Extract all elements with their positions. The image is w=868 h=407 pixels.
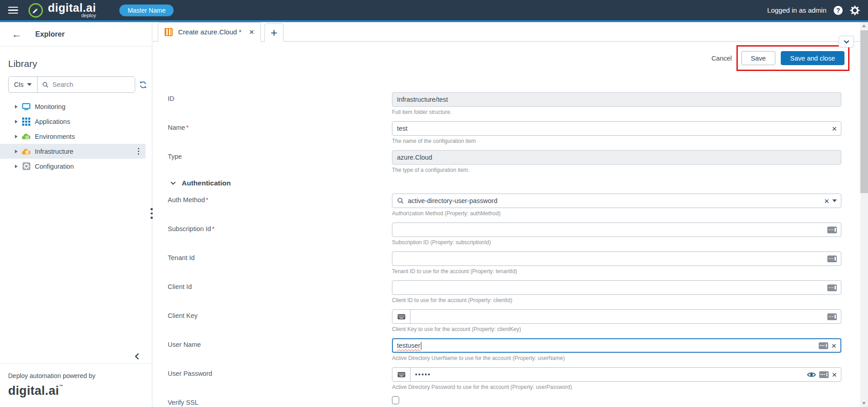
id-field: Infrastructure/test xyxy=(392,92,841,107)
expand-caret-icon[interactable] xyxy=(15,105,18,109)
annotation-highlight: Save Save and close xyxy=(736,45,849,71)
field-label: Subscription Id xyxy=(168,225,211,232)
clear-icon[interactable]: × xyxy=(832,124,837,133)
user-name-field[interactable]: testuser × xyxy=(392,338,841,353)
logged-in-status: Logged in as admin xyxy=(767,6,826,14)
auth-method-combobox[interactable]: active-directory-user-password × xyxy=(392,194,841,208)
save-button[interactable]: Save xyxy=(741,51,775,65)
expression-icon[interactable] xyxy=(819,371,829,378)
field-label: Tenant Id xyxy=(168,254,195,261)
field-label: Verify SSL xyxy=(168,399,198,406)
field-help: Client ID to use for the account (Proper… xyxy=(392,297,841,303)
form-row-type: Type azure.Cloud The type of a configura… xyxy=(153,150,860,173)
expand-caret-icon[interactable] xyxy=(15,165,18,168)
expand-caret-icon[interactable] xyxy=(15,135,18,138)
form-row-verify-ssl: Verify SSL Enable/Disable SSL verificati… xyxy=(153,396,860,407)
expand-caret-icon[interactable] xyxy=(15,150,18,153)
tab-title: Create azure.Cloud * xyxy=(178,28,244,36)
kebab-menu-icon[interactable] xyxy=(136,146,142,157)
clear-icon[interactable]: × xyxy=(824,197,829,205)
client-id-field[interactable] xyxy=(392,280,841,295)
form-row-auth-method: Auth Method* active-directory-user-passw… xyxy=(153,194,860,217)
expression-icon[interactable] xyxy=(819,342,828,349)
keyboard-icon[interactable] xyxy=(392,368,410,381)
cancel-button[interactable]: Cancel xyxy=(712,55,732,62)
field-help: Active Directory Password to use for the… xyxy=(392,384,841,390)
client-key-field[interactable] xyxy=(392,309,841,324)
environments-cloud-icon xyxy=(22,132,31,141)
clear-icon[interactable]: × xyxy=(831,341,836,350)
subscription-id-field[interactable] xyxy=(392,222,841,237)
name-field[interactable]: test × xyxy=(392,121,841,136)
help-icon[interactable]: ? xyxy=(834,6,843,15)
search-input[interactable] xyxy=(52,81,130,88)
field-help: The type of a configuration item. xyxy=(392,167,841,173)
footer-logo: digital.ai™ xyxy=(8,384,152,398)
form-row-subscription-id: Subscription Id* Subscription ID (Proper… xyxy=(153,222,860,246)
expression-icon[interactable] xyxy=(827,313,837,320)
tree-label: Applications xyxy=(35,118,70,125)
form-row-client-id: Client Id Client ID to use for the accou… xyxy=(153,280,860,303)
field-help: Active Directory UserName to use for the… xyxy=(392,355,841,361)
field-help: Client Key to use for the account (Prope… xyxy=(392,326,841,332)
chevron-down-icon xyxy=(170,180,176,186)
vertical-scrollbar[interactable] xyxy=(860,22,868,407)
infrastructure-cloud-icon xyxy=(22,147,31,156)
gear-icon[interactable] xyxy=(850,5,860,15)
tab-overflow-button[interactable] xyxy=(839,36,854,47)
expression-icon[interactable] xyxy=(827,227,837,233)
field-label: ID xyxy=(168,95,175,102)
search-box: CIs xyxy=(8,76,135,93)
apps-grid-icon xyxy=(22,117,31,126)
field-help: Full item folder structure. xyxy=(392,109,841,115)
clear-icon[interactable]: × xyxy=(832,370,837,379)
field-help: Tenant ID to use for the account (Proper… xyxy=(392,268,841,274)
sidebar-title: Explorer xyxy=(35,30,65,38)
menu-icon[interactable] xyxy=(8,7,18,14)
text-cursor xyxy=(421,342,422,350)
scrollbar-thumb[interactable] xyxy=(860,30,868,193)
form-row-client-key: Client Key xyxy=(153,309,860,332)
tree-label: Monitoring xyxy=(35,103,66,110)
sidebar-item-monitoring[interactable]: Monitoring xyxy=(0,99,146,114)
user-password-field[interactable]: ••••• × xyxy=(392,367,841,382)
field-label: User Password xyxy=(168,370,212,377)
search-icon xyxy=(397,197,404,204)
chevron-down-icon xyxy=(27,83,32,86)
form-row-id: ID Infrastructure/test Full item folder … xyxy=(153,92,860,115)
sidebar-item-configuration[interactable]: Configuration xyxy=(0,159,146,174)
logo-text: digital.ai xyxy=(48,2,96,14)
sidebar-item-environments[interactable]: Environments xyxy=(0,129,146,144)
ci-tree: Monitoring Applications xyxy=(0,99,152,174)
dropdown-caret-icon[interactable] xyxy=(832,199,837,202)
form-row-user-password: User Password xyxy=(153,367,860,390)
save-and-close-button[interactable]: Save and close xyxy=(781,51,844,65)
close-tab-icon[interactable]: × xyxy=(249,28,254,36)
tab-create-azure-cloud[interactable]: Create azure.Cloud * × xyxy=(158,22,261,42)
sidebar-item-infrastructure[interactable]: Infrastructure xyxy=(0,144,146,159)
keyboard-icon[interactable] xyxy=(392,310,410,323)
scroll-down-icon[interactable] xyxy=(862,402,866,405)
master-name-badge[interactable]: Master Name xyxy=(119,5,174,16)
tree-label: Configuration xyxy=(35,163,74,170)
expression-icon[interactable] xyxy=(827,256,837,262)
sidebar: ← Explorer Library CIs xyxy=(0,22,152,407)
refresh-icon[interactable] xyxy=(139,80,147,89)
tenant-id-field[interactable] xyxy=(392,251,841,266)
scroll-up-icon[interactable] xyxy=(862,24,866,27)
back-arrow-icon[interactable]: ← xyxy=(12,29,22,39)
sidebar-footer: Deploy automation powered by digital.ai™ xyxy=(0,364,152,407)
sidebar-item-applications[interactable]: Applications xyxy=(0,114,146,129)
eye-icon[interactable] xyxy=(807,371,816,378)
search-icon xyxy=(42,81,49,89)
panel-resize-handle[interactable] xyxy=(151,208,153,219)
section-authentication[interactable]: Authentication xyxy=(153,179,860,187)
expand-caret-icon[interactable] xyxy=(15,120,18,123)
search-filter-select[interactable]: CIs xyxy=(9,77,38,92)
expression-icon[interactable] xyxy=(827,284,837,291)
form-row-user-name: User Name testuser × Active Directory Us… xyxy=(153,338,860,361)
verify-ssl-checkbox[interactable] xyxy=(392,396,399,404)
collapse-sidebar-icon[interactable] xyxy=(133,352,142,362)
new-tab-button[interactable]: + xyxy=(264,24,283,42)
field-help: The name of the configuration item xyxy=(392,138,841,144)
